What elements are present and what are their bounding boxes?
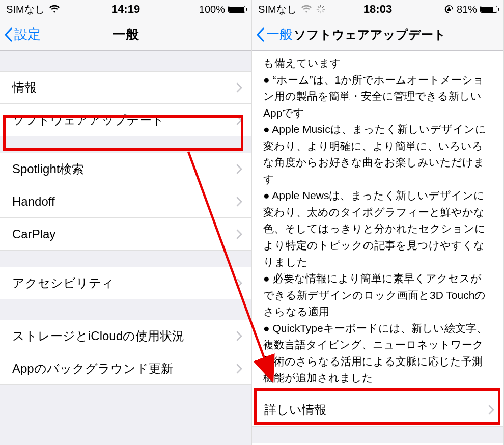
- body-bullet: ● Apple Newsは、まったく新しいデザインに変わり、太めのタイポグラフィ…: [263, 187, 492, 270]
- battery-icon: [480, 6, 497, 13]
- status-carrier-group: SIMなし: [6, 3, 60, 16]
- chevron-right-icon: [236, 331, 242, 341]
- cell-label: Spotlight検索: [12, 161, 236, 177]
- back-button[interactable]: 設定: [4, 25, 41, 43]
- status-bar: SIMなし 14:19 100%: [0, 0, 251, 18]
- wifi-icon: [49, 5, 60, 13]
- chevron-right-icon: [236, 197, 242, 207]
- body-bullet: ● QuickTypeキーボードには、新しい絵文字、複数言語タイピング、ニューロ…: [263, 320, 492, 386]
- navbar: 一般 ソフトウェアアップデート: [252, 18, 503, 51]
- phone-left: SIMなし 14:19 100% 設定 一般 情報 ソフトウェアアップデート S…: [0, 0, 252, 445]
- chevron-right-icon: [236, 115, 242, 125]
- chevron-right-icon: [236, 229, 242, 239]
- body-bullet: ● Apple Musicは、まったく新しいデザインに変わり、より明確に、より簡…: [263, 121, 492, 187]
- cell-bg-refresh[interactable]: Appのバックグラウンド更新: [0, 352, 251, 385]
- svg-line-5: [322, 11, 323, 12]
- carrier-label: SIMなし: [258, 3, 297, 16]
- cell-label: Handoff: [12, 194, 236, 209]
- cell-label: ソフトウェアアップデート: [12, 112, 236, 128]
- phone-right: SIMなし 18:03 81% 一般 ソフトウェアアップデート も備えていま: [252, 0, 504, 445]
- chevron-right-icon: [236, 364, 242, 374]
- cell-software-update[interactable]: ソフトウェアアップデート: [0, 104, 251, 136]
- cell-accessibility[interactable]: アクセシビリティ: [0, 267, 251, 299]
- cell-label: 詳しい情報: [264, 402, 488, 418]
- chevron-right-icon: [236, 278, 242, 288]
- cell-label: CarPlay: [12, 227, 236, 241]
- chevron-left-icon: [4, 27, 12, 42]
- release-notes: も備えています ● “ホーム”は、1か所でホームオートメーション用の製品を簡単・…: [252, 51, 503, 394]
- cell-storage-icloud[interactable]: ストレージとiCloudの使用状況: [0, 320, 251, 352]
- back-label: 設定: [14, 25, 41, 43]
- cell-label: アクセシビリティ: [12, 275, 236, 291]
- cell-more-info[interactable]: 詳しい情報: [252, 394, 503, 427]
- svg-line-6: [318, 11, 319, 12]
- page-title: ソフトウェアアップデート: [294, 26, 499, 43]
- back-button[interactable]: 一般: [256, 25, 293, 43]
- loading-spinner-icon: [316, 5, 325, 14]
- status-right: 81%: [444, 4, 497, 15]
- svg-line-7: [322, 7, 323, 8]
- body-line: も備えています: [263, 55, 492, 72]
- orientation-lock-icon: [444, 5, 454, 14]
- battery-icon: [228, 6, 245, 13]
- wifi-icon: [301, 5, 312, 13]
- chevron-right-icon: [236, 82, 242, 93]
- battery-pct: 100%: [199, 4, 225, 15]
- cell-handoff[interactable]: Handoff: [0, 185, 251, 218]
- cell-about[interactable]: 情報: [0, 71, 251, 104]
- cell-label: ストレージとiCloudの使用状況: [12, 328, 236, 344]
- status-carrier-group: SIMなし: [258, 3, 325, 16]
- chevron-right-icon: [236, 164, 242, 174]
- battery-pct: 81%: [457, 4, 477, 15]
- download-install-button[interactable]: ダウンロードとインストール: [252, 443, 503, 445]
- cell-label: 情報: [12, 79, 236, 96]
- cell-label: Appのバックグラウンド更新: [12, 360, 236, 377]
- carrier-label: SIMなし: [6, 3, 45, 16]
- body-bullet: ● “ホーム”は、1か所でホームオートメーション用の製品を簡単・安全に管理できる…: [263, 72, 492, 122]
- navbar: 設定 一般: [0, 18, 251, 51]
- body-bullet: ● 必要な情報により簡単に素早くアクセスができる新デザインのロック画面と3D T…: [263, 270, 492, 320]
- svg-line-4: [318, 7, 319, 8]
- status-bar: SIMなし 18:03 81%: [252, 0, 503, 18]
- chevron-left-icon: [256, 27, 264, 42]
- back-label: 一般: [266, 25, 293, 43]
- status-right: 100%: [199, 4, 245, 15]
- cell-spotlight[interactable]: Spotlight検索: [0, 153, 251, 185]
- cell-carplay[interactable]: CarPlay: [0, 218, 251, 251]
- chevron-right-icon: [488, 405, 494, 415]
